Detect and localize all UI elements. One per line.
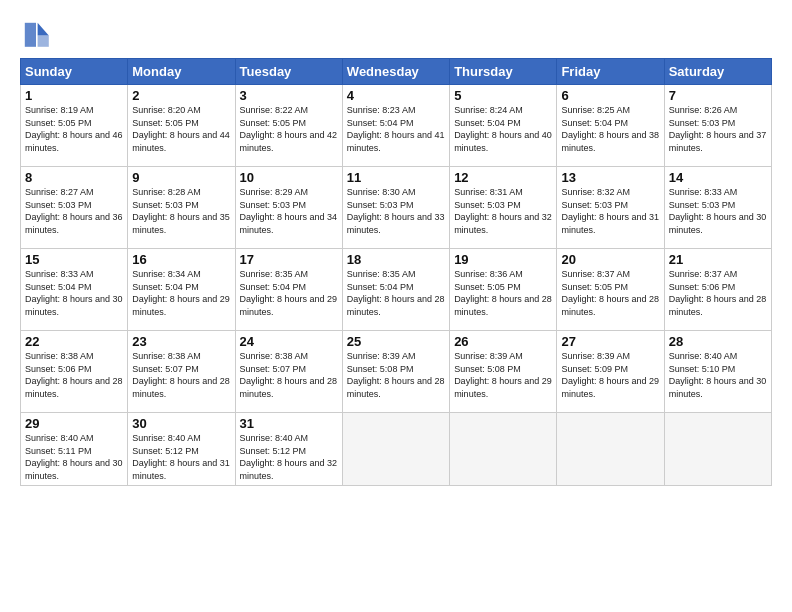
calendar-day: 7Sunrise: 8:26 AMSunset: 5:03 PMDaylight… xyxy=(664,85,771,167)
calendar-day: 30Sunrise: 8:40 AMSunset: 5:12 PMDayligh… xyxy=(128,413,235,486)
day-number: 13 xyxy=(561,170,659,185)
day-info: Sunrise: 8:27 AMSunset: 5:03 PMDaylight:… xyxy=(25,186,123,236)
day-info: Sunrise: 8:34 AMSunset: 5:04 PMDaylight:… xyxy=(132,268,230,318)
day-info: Sunrise: 8:40 AMSunset: 5:12 PMDaylight:… xyxy=(132,432,230,482)
day-number: 26 xyxy=(454,334,552,349)
calendar-day xyxy=(450,413,557,486)
calendar-day: 5Sunrise: 8:24 AMSunset: 5:04 PMDaylight… xyxy=(450,85,557,167)
day-number: 29 xyxy=(25,416,123,431)
logo xyxy=(20,18,56,50)
day-number: 3 xyxy=(240,88,338,103)
day-info: Sunrise: 8:40 AMSunset: 5:12 PMDaylight:… xyxy=(240,432,338,482)
day-header-saturday: Saturday xyxy=(664,59,771,85)
calendar-day: 21Sunrise: 8:37 AMSunset: 5:06 PMDayligh… xyxy=(664,249,771,331)
day-number: 31 xyxy=(240,416,338,431)
day-header-monday: Monday xyxy=(128,59,235,85)
day-number: 19 xyxy=(454,252,552,267)
day-info: Sunrise: 8:40 AMSunset: 5:10 PMDaylight:… xyxy=(669,350,767,400)
calendar-day: 1Sunrise: 8:19 AMSunset: 5:05 PMDaylight… xyxy=(21,85,128,167)
day-info: Sunrise: 8:37 AMSunset: 5:06 PMDaylight:… xyxy=(669,268,767,318)
calendar-day: 13Sunrise: 8:32 AMSunset: 5:03 PMDayligh… xyxy=(557,167,664,249)
svg-marker-0 xyxy=(38,23,49,36)
day-info: Sunrise: 8:24 AMSunset: 5:04 PMDaylight:… xyxy=(454,104,552,154)
day-number: 11 xyxy=(347,170,445,185)
calendar-week-row: 8Sunrise: 8:27 AMSunset: 5:03 PMDaylight… xyxy=(21,167,772,249)
day-info: Sunrise: 8:39 AMSunset: 5:08 PMDaylight:… xyxy=(454,350,552,400)
day-info: Sunrise: 8:35 AMSunset: 5:04 PMDaylight:… xyxy=(240,268,338,318)
day-header-thursday: Thursday xyxy=(450,59,557,85)
day-header-friday: Friday xyxy=(557,59,664,85)
calendar-day: 22Sunrise: 8:38 AMSunset: 5:06 PMDayligh… xyxy=(21,331,128,413)
calendar-day: 10Sunrise: 8:29 AMSunset: 5:03 PMDayligh… xyxy=(235,167,342,249)
calendar-week-row: 1Sunrise: 8:19 AMSunset: 5:05 PMDaylight… xyxy=(21,85,772,167)
calendar-day xyxy=(342,413,449,486)
day-number: 25 xyxy=(347,334,445,349)
calendar-day: 18Sunrise: 8:35 AMSunset: 5:04 PMDayligh… xyxy=(342,249,449,331)
calendar-day: 3Sunrise: 8:22 AMSunset: 5:05 PMDaylight… xyxy=(235,85,342,167)
logo-icon xyxy=(20,18,52,50)
day-info: Sunrise: 8:32 AMSunset: 5:03 PMDaylight:… xyxy=(561,186,659,236)
calendar-day xyxy=(557,413,664,486)
day-number: 16 xyxy=(132,252,230,267)
calendar-day: 16Sunrise: 8:34 AMSunset: 5:04 PMDayligh… xyxy=(128,249,235,331)
calendar-day: 6Sunrise: 8:25 AMSunset: 5:04 PMDaylight… xyxy=(557,85,664,167)
calendar-week-row: 29Sunrise: 8:40 AMSunset: 5:11 PMDayligh… xyxy=(21,413,772,486)
day-info: Sunrise: 8:31 AMSunset: 5:03 PMDaylight:… xyxy=(454,186,552,236)
day-info: Sunrise: 8:36 AMSunset: 5:05 PMDaylight:… xyxy=(454,268,552,318)
day-number: 24 xyxy=(240,334,338,349)
day-header-sunday: Sunday xyxy=(21,59,128,85)
day-number: 18 xyxy=(347,252,445,267)
calendar-day: 27Sunrise: 8:39 AMSunset: 5:09 PMDayligh… xyxy=(557,331,664,413)
calendar-day: 11Sunrise: 8:30 AMSunset: 5:03 PMDayligh… xyxy=(342,167,449,249)
day-info: Sunrise: 8:38 AMSunset: 5:07 PMDaylight:… xyxy=(132,350,230,400)
calendar-day: 8Sunrise: 8:27 AMSunset: 5:03 PMDaylight… xyxy=(21,167,128,249)
day-number: 6 xyxy=(561,88,659,103)
calendar-day: 31Sunrise: 8:40 AMSunset: 5:12 PMDayligh… xyxy=(235,413,342,486)
day-header-tuesday: Tuesday xyxy=(235,59,342,85)
day-number: 14 xyxy=(669,170,767,185)
calendar-day: 24Sunrise: 8:38 AMSunset: 5:07 PMDayligh… xyxy=(235,331,342,413)
day-number: 5 xyxy=(454,88,552,103)
calendar-day xyxy=(664,413,771,486)
calendar-day: 9Sunrise: 8:28 AMSunset: 5:03 PMDaylight… xyxy=(128,167,235,249)
svg-rect-2 xyxy=(25,23,36,47)
day-info: Sunrise: 8:23 AMSunset: 5:04 PMDaylight:… xyxy=(347,104,445,154)
calendar-day: 14Sunrise: 8:33 AMSunset: 5:03 PMDayligh… xyxy=(664,167,771,249)
day-info: Sunrise: 8:33 AMSunset: 5:03 PMDaylight:… xyxy=(669,186,767,236)
day-info: Sunrise: 8:25 AMSunset: 5:04 PMDaylight:… xyxy=(561,104,659,154)
calendar-day: 25Sunrise: 8:39 AMSunset: 5:08 PMDayligh… xyxy=(342,331,449,413)
day-number: 9 xyxy=(132,170,230,185)
calendar-day: 2Sunrise: 8:20 AMSunset: 5:05 PMDaylight… xyxy=(128,85,235,167)
day-info: Sunrise: 8:33 AMSunset: 5:04 PMDaylight:… xyxy=(25,268,123,318)
day-info: Sunrise: 8:35 AMSunset: 5:04 PMDaylight:… xyxy=(347,268,445,318)
day-number: 17 xyxy=(240,252,338,267)
calendar-day: 26Sunrise: 8:39 AMSunset: 5:08 PMDayligh… xyxy=(450,331,557,413)
day-info: Sunrise: 8:37 AMSunset: 5:05 PMDaylight:… xyxy=(561,268,659,318)
calendar-day: 17Sunrise: 8:35 AMSunset: 5:04 PMDayligh… xyxy=(235,249,342,331)
day-number: 28 xyxy=(669,334,767,349)
day-info: Sunrise: 8:28 AMSunset: 5:03 PMDaylight:… xyxy=(132,186,230,236)
day-number: 21 xyxy=(669,252,767,267)
calendar-week-row: 22Sunrise: 8:38 AMSunset: 5:06 PMDayligh… xyxy=(21,331,772,413)
day-number: 15 xyxy=(25,252,123,267)
day-number: 20 xyxy=(561,252,659,267)
day-number: 4 xyxy=(347,88,445,103)
calendar-day: 28Sunrise: 8:40 AMSunset: 5:10 PMDayligh… xyxy=(664,331,771,413)
day-info: Sunrise: 8:39 AMSunset: 5:08 PMDaylight:… xyxy=(347,350,445,400)
calendar-day: 4Sunrise: 8:23 AMSunset: 5:04 PMDaylight… xyxy=(342,85,449,167)
calendar-day: 29Sunrise: 8:40 AMSunset: 5:11 PMDayligh… xyxy=(21,413,128,486)
day-info: Sunrise: 8:19 AMSunset: 5:05 PMDaylight:… xyxy=(25,104,123,154)
day-number: 22 xyxy=(25,334,123,349)
day-number: 10 xyxy=(240,170,338,185)
day-info: Sunrise: 8:20 AMSunset: 5:05 PMDaylight:… xyxy=(132,104,230,154)
calendar-week-row: 15Sunrise: 8:33 AMSunset: 5:04 PMDayligh… xyxy=(21,249,772,331)
day-number: 7 xyxy=(669,88,767,103)
page: SundayMondayTuesdayWednesdayThursdayFrid… xyxy=(0,0,792,612)
day-number: 1 xyxy=(25,88,123,103)
calendar-day: 15Sunrise: 8:33 AMSunset: 5:04 PMDayligh… xyxy=(21,249,128,331)
day-number: 8 xyxy=(25,170,123,185)
calendar-day: 19Sunrise: 8:36 AMSunset: 5:05 PMDayligh… xyxy=(450,249,557,331)
day-info: Sunrise: 8:30 AMSunset: 5:03 PMDaylight:… xyxy=(347,186,445,236)
day-number: 30 xyxy=(132,416,230,431)
day-number: 12 xyxy=(454,170,552,185)
